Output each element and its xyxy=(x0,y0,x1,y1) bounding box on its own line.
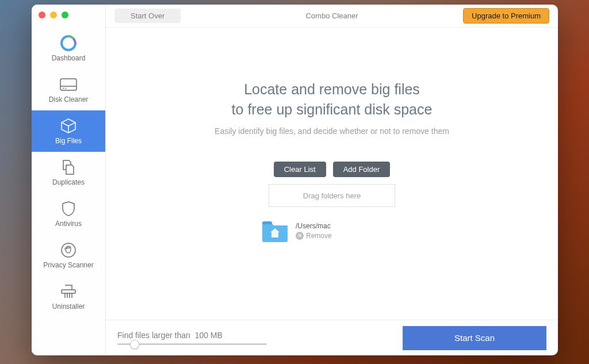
sidebar-item-label: Antivirus xyxy=(55,220,82,228)
sidebar-item-label: Privacy Scanner xyxy=(43,261,93,269)
folder-path: /Users/mac xyxy=(296,222,332,230)
svg-point-4 xyxy=(62,243,75,257)
sidebar-item-label: Uninstaller xyxy=(52,302,85,311)
sidebar-item-uninstaller[interactable]: Uninstaller xyxy=(32,276,105,317)
disk-icon xyxy=(60,75,77,94)
page-subhead: Easily identify big files, and decide wh… xyxy=(215,127,449,136)
sidebar-item-label: Duplicates xyxy=(52,178,85,186)
folder-dropzone[interactable]: Drag folders here xyxy=(269,184,395,207)
svg-point-2 xyxy=(63,88,64,89)
box-icon xyxy=(60,116,77,136)
content-area: Locate and remove big files to free up s… xyxy=(106,28,558,320)
folder-entry: /Users/mac ✕ Remove xyxy=(261,219,332,243)
size-threshold-control: Find files larger than 100 MB xyxy=(117,331,267,345)
folder-info: /Users/mac ✕ Remove xyxy=(296,222,332,240)
sidebar-item-big-files[interactable]: Big Files xyxy=(32,110,105,152)
headline-line-1: Locate and remove big files xyxy=(232,79,433,99)
sidebar-item-privacy-scanner[interactable]: Privacy Scanner xyxy=(32,235,105,276)
svg-rect-5 xyxy=(62,290,75,293)
svg-point-3 xyxy=(65,88,66,89)
hand-stop-icon xyxy=(60,240,77,260)
sidebar-item-disk-cleaner[interactable]: Disk Cleaner xyxy=(32,69,105,110)
start-over-button[interactable]: Start Over xyxy=(114,9,181,23)
remove-x-icon: ✕ xyxy=(296,232,304,240)
slider-thumb[interactable] xyxy=(130,340,139,349)
sidebar-item-antivirus[interactable]: Antivirus xyxy=(32,193,105,235)
traffic-lights xyxy=(39,12,68,18)
zoom-window-button[interactable] xyxy=(62,12,68,18)
minimize-window-button[interactable] xyxy=(50,12,57,18)
remove-label: Remove xyxy=(306,232,332,240)
headline-line-2: to free up significant disk space xyxy=(232,99,433,120)
home-folder-icon xyxy=(261,219,289,243)
bottom-bar: Find files larger than 100 MB Start Scan xyxy=(106,320,558,355)
main-panel: Start Over Combo Cleaner Upgrade to Prem… xyxy=(106,5,558,355)
upgrade-button[interactable]: Upgrade to Premium xyxy=(463,8,549,24)
shield-icon xyxy=(62,199,75,219)
sidebar-item-dashboard[interactable]: Dashboard xyxy=(32,28,105,69)
dashboard-icon xyxy=(59,33,78,53)
start-scan-button[interactable]: Start Scan xyxy=(403,326,546,350)
threshold-value: 100 MB xyxy=(195,331,223,340)
sidebar-item-duplicates[interactable]: Duplicates xyxy=(32,152,105,193)
threshold-prefix: Find files larger than xyxy=(117,331,190,340)
sidebar-item-label: Disk Cleaner xyxy=(49,95,89,104)
clear-list-button[interactable]: Clear List xyxy=(274,162,326,177)
page-headline: Locate and remove big files to free up s… xyxy=(232,79,433,120)
close-window-button[interactable] xyxy=(39,12,45,18)
threshold-slider[interactable] xyxy=(117,343,267,345)
sidebar-item-label: Big Files xyxy=(55,137,82,145)
actions-row: Clear List Add Folder xyxy=(274,162,391,177)
app-title: Combo Cleaner xyxy=(305,12,358,20)
duplicates-icon xyxy=(61,158,76,177)
sidebar-item-label: Dashboard xyxy=(52,54,86,62)
threshold-label: Find files larger than 100 MB xyxy=(117,331,267,340)
app-window: Dashboard Disk Cleaner Bi xyxy=(32,5,558,355)
add-folder-button[interactable]: Add Folder xyxy=(333,162,391,177)
topbar: Start Over Combo Cleaner Upgrade to Prem… xyxy=(106,5,558,28)
sidebar: Dashboard Disk Cleaner Bi xyxy=(32,5,106,355)
remove-folder-button[interactable]: ✕ Remove xyxy=(296,232,332,240)
shredder-icon xyxy=(60,282,77,301)
